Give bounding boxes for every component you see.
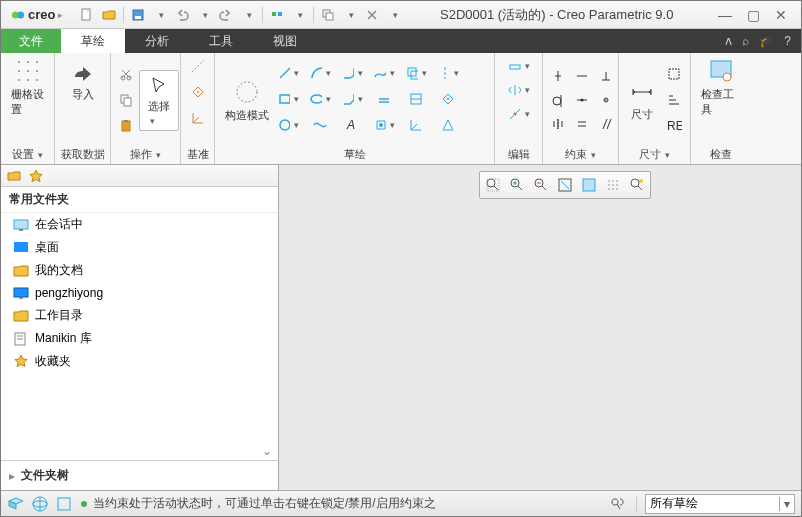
point-tool[interactable] bbox=[437, 88, 459, 110]
sketch-view-button[interactable] bbox=[578, 174, 600, 196]
equal-constraint[interactable] bbox=[571, 113, 593, 135]
copy-button[interactable] bbox=[115, 89, 137, 111]
open-file-button[interactable] bbox=[99, 5, 119, 25]
save-button[interactable] bbox=[128, 5, 148, 25]
centerline-tool[interactable] bbox=[437, 62, 459, 84]
group-label-dim[interactable]: 尺寸 bbox=[623, 145, 686, 164]
tab-analysis[interactable]: 分析 bbox=[125, 29, 189, 53]
perimeter-dim[interactable] bbox=[663, 63, 685, 85]
parallel-constraint[interactable] bbox=[595, 113, 617, 135]
divide-tool[interactable] bbox=[508, 103, 530, 125]
undo-dropdown[interactable] bbox=[194, 5, 214, 25]
palette-shapes-tool[interactable] bbox=[437, 114, 459, 136]
file-menu[interactable]: 文件 bbox=[1, 29, 61, 53]
spline2-tool[interactable] bbox=[309, 114, 331, 136]
horizontal-constraint[interactable] bbox=[571, 65, 593, 87]
zoom-fit-button[interactable] bbox=[482, 174, 504, 196]
svg-point-11 bbox=[36, 61, 38, 63]
coord-sketch-tool[interactable] bbox=[405, 114, 427, 136]
undo-button[interactable] bbox=[172, 5, 192, 25]
redo-button[interactable] bbox=[216, 5, 236, 25]
chamfer-tool[interactable] bbox=[341, 88, 363, 110]
status-select-icon[interactable] bbox=[55, 495, 73, 513]
folder-desktop[interactable]: 桌面 bbox=[1, 236, 278, 259]
datum-centerline-button[interactable] bbox=[187, 55, 209, 77]
find-button[interactable] bbox=[608, 494, 628, 514]
thicken-tool[interactable] bbox=[373, 88, 395, 110]
new-file-button[interactable] bbox=[77, 5, 97, 25]
qat-customize[interactable] bbox=[384, 5, 404, 25]
fillet-tool[interactable] bbox=[341, 62, 363, 84]
viewport[interactable] bbox=[279, 165, 801, 490]
rectangle-tool[interactable] bbox=[277, 88, 299, 110]
close-window-button[interactable] bbox=[362, 5, 382, 25]
line-tool[interactable] bbox=[277, 62, 299, 84]
regenerate-button[interactable] bbox=[267, 5, 287, 25]
inspect-button[interactable]: 检查工具 bbox=[695, 55, 747, 119]
refit-button[interactable] bbox=[554, 174, 576, 196]
vertical-constraint[interactable] bbox=[547, 65, 569, 87]
modify-tool[interactable] bbox=[508, 55, 530, 77]
mirror-tool[interactable] bbox=[508, 79, 530, 101]
offset-tool[interactable] bbox=[405, 62, 427, 84]
ellipse-tool[interactable] bbox=[309, 88, 331, 110]
folder-manikin[interactable]: Manikin 库 bbox=[1, 327, 278, 350]
datum-point-button[interactable] bbox=[187, 81, 209, 103]
project-tool[interactable] bbox=[405, 88, 427, 110]
grid-settings-button[interactable]: 栅格设置 bbox=[5, 55, 50, 119]
group-label-constraint[interactable]: 约束 bbox=[547, 145, 614, 164]
search-icon[interactable]: ⌕ bbox=[742, 34, 749, 48]
perpendicular-constraint[interactable] bbox=[595, 65, 617, 87]
arc-tool[interactable] bbox=[309, 62, 331, 84]
group-label-operate[interactable]: 操作 bbox=[115, 145, 176, 164]
coincident-constraint[interactable] bbox=[595, 89, 617, 111]
tab-sketch[interactable]: 草绘 bbox=[61, 29, 125, 53]
sidebar-tab-favorites[interactable] bbox=[27, 167, 45, 185]
windows-dropdown[interactable] bbox=[340, 5, 360, 25]
sidebar-tab-folders[interactable] bbox=[5, 167, 23, 185]
regenerate-dropdown[interactable] bbox=[289, 5, 309, 25]
help-icon[interactable]: ? bbox=[784, 34, 791, 48]
tangent-constraint[interactable] bbox=[547, 89, 569, 111]
tab-view[interactable]: 视图 bbox=[253, 29, 317, 53]
display-grid-button[interactable] bbox=[602, 174, 624, 196]
zoom-out-button[interactable] bbox=[530, 174, 552, 196]
status-plane-icon[interactable] bbox=[7, 495, 25, 513]
select-button[interactable]: 选择 bbox=[139, 70, 179, 131]
folder-documents[interactable]: 我的文档 bbox=[1, 259, 278, 282]
spline-tool[interactable] bbox=[373, 62, 395, 84]
maximize-button[interactable]: ▢ bbox=[745, 7, 761, 23]
redo-dropdown[interactable] bbox=[238, 5, 258, 25]
midpoint-constraint[interactable] bbox=[571, 89, 593, 111]
folder-favorites[interactable]: 收藏夹 bbox=[1, 350, 278, 373]
cut-button[interactable] bbox=[115, 63, 137, 85]
minimize-button[interactable]: — bbox=[717, 7, 733, 23]
circle-tool[interactable] bbox=[277, 114, 299, 136]
baseline-dim[interactable] bbox=[663, 89, 685, 111]
filter-combo[interactable]: 所有草绘 ▾ bbox=[645, 494, 795, 514]
paste-button[interactable] bbox=[115, 115, 137, 137]
close-button[interactable]: ✕ bbox=[773, 7, 789, 23]
zoom-in-button[interactable] bbox=[506, 174, 528, 196]
sidebar-expander[interactable]: ⌄ bbox=[1, 442, 278, 460]
group-label-settings[interactable]: 设置 bbox=[5, 145, 50, 164]
construction-mode-button[interactable]: 构造模式 bbox=[219, 76, 275, 125]
ref-dim[interactable]: REF bbox=[663, 115, 685, 137]
tab-tools[interactable]: 工具 bbox=[189, 29, 253, 53]
dimension-button[interactable]: 尺寸 bbox=[623, 77, 661, 124]
collapse-ribbon-icon[interactable]: ʌ bbox=[725, 34, 732, 48]
symmetric-constraint[interactable] bbox=[547, 113, 569, 135]
folder-working[interactable]: 工作目录 bbox=[1, 304, 278, 327]
folder-in-session[interactable]: 在会话中 bbox=[1, 213, 278, 236]
folder-user[interactable]: pengzhiyong bbox=[1, 282, 278, 304]
palette-tool[interactable] bbox=[373, 114, 395, 136]
import-button[interactable]: 导入 bbox=[63, 55, 103, 104]
status-web-icon[interactable] bbox=[31, 495, 49, 513]
save-dropdown[interactable] bbox=[150, 5, 170, 25]
datum-coord-button[interactable] bbox=[187, 107, 209, 129]
learn-icon[interactable]: 🎓 bbox=[759, 34, 774, 48]
text-tool[interactable]: A bbox=[341, 114, 363, 136]
windows-button[interactable] bbox=[318, 5, 338, 25]
sidebar-footer[interactable]: ▸ 文件夹树 bbox=[1, 460, 278, 490]
sketcher-display-button[interactable] bbox=[626, 174, 648, 196]
